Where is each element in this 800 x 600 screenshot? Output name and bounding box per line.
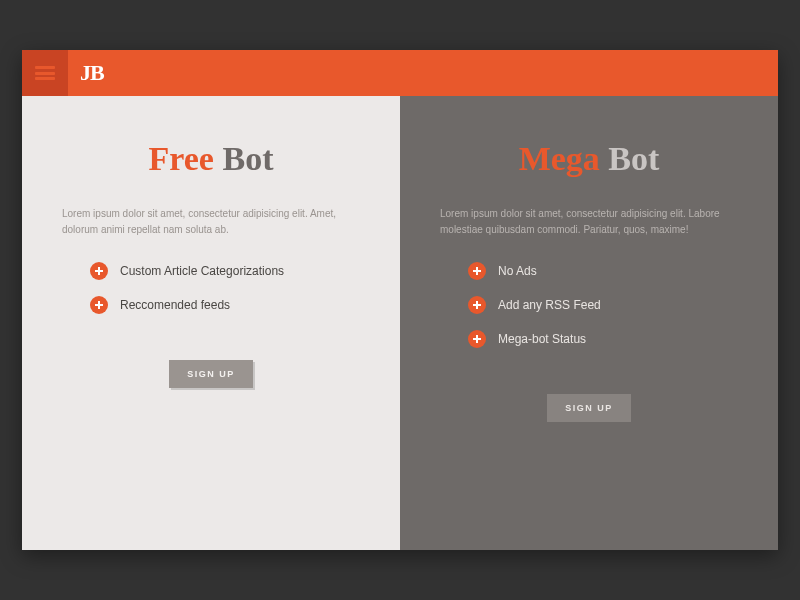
- feature-label: Add any RSS Feed: [498, 298, 601, 312]
- plan-free: Free Bot Lorem ipsum dolor sit amet, con…: [22, 96, 400, 550]
- plus-icon: [468, 296, 486, 314]
- plan-title-rest: Bot: [214, 140, 274, 177]
- hamburger-icon: [35, 66, 55, 80]
- plan-title-accent: Free: [149, 140, 214, 177]
- feature-label: Custom Article Categorizations: [120, 264, 284, 278]
- plan-title-rest: Bot: [600, 140, 660, 177]
- cta-wrap: SIGN UP: [440, 394, 738, 422]
- feature-label: Reccomended feeds: [120, 298, 230, 312]
- signup-button[interactable]: SIGN UP: [547, 394, 631, 422]
- app-window: JB Free Bot Lorem ipsum dolor sit amet, …: [22, 50, 778, 550]
- feature-item: Custom Article Categorizations: [90, 262, 360, 280]
- plan-title: Free Bot: [62, 140, 360, 178]
- pricing-panels: Free Bot Lorem ipsum dolor sit amet, con…: [22, 96, 778, 550]
- plan-mega: Mega Bot Lorem ipsum dolor sit amet, con…: [400, 96, 778, 550]
- plan-title-accent: Mega: [519, 140, 600, 177]
- logo: JB: [68, 50, 104, 96]
- feature-item: Add any RSS Feed: [468, 296, 738, 314]
- plus-icon: [468, 330, 486, 348]
- menu-button[interactable]: [22, 50, 68, 96]
- plan-description: Lorem ipsum dolor sit amet, consectetur …: [440, 206, 738, 238]
- feature-label: Mega-bot Status: [498, 332, 586, 346]
- plus-icon: [90, 296, 108, 314]
- plan-description: Lorem ipsum dolor sit amet, consectetur …: [62, 206, 360, 238]
- top-bar: JB: [22, 50, 778, 96]
- plan-title: Mega Bot: [440, 140, 738, 178]
- signup-button[interactable]: SIGN UP: [169, 360, 253, 388]
- cta-wrap: SIGN UP: [62, 360, 360, 388]
- feature-list: No Ads Add any RSS Feed Mega-bot Status: [440, 262, 738, 364]
- feature-label: No Ads: [498, 264, 537, 278]
- plus-icon: [468, 262, 486, 280]
- feature-item: Reccomended feeds: [90, 296, 360, 314]
- plus-icon: [90, 262, 108, 280]
- feature-item: Mega-bot Status: [468, 330, 738, 348]
- logo-text: JB: [80, 60, 104, 86]
- feature-list: Custom Article Categorizations Reccomend…: [62, 262, 360, 330]
- feature-item: No Ads: [468, 262, 738, 280]
